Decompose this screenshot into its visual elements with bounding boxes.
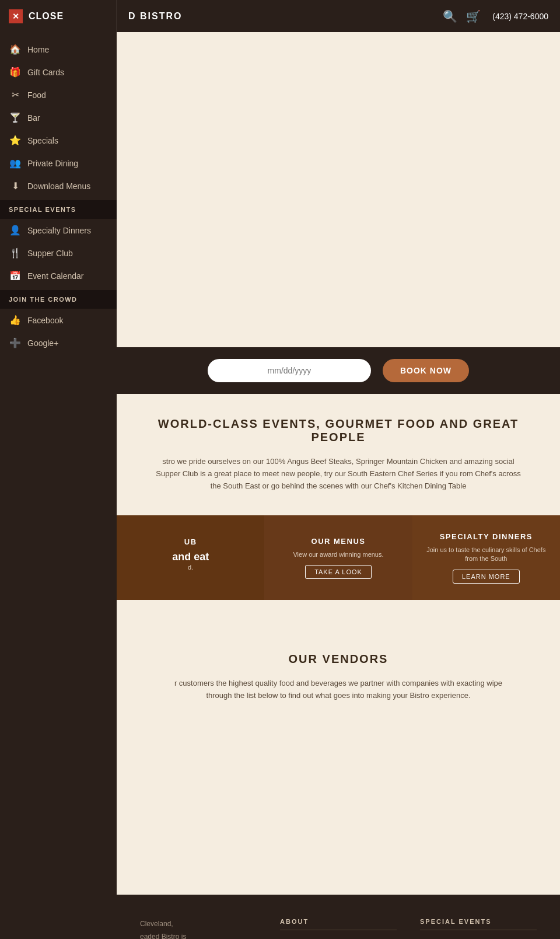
date-input[interactable] [208, 359, 371, 382]
sidebar-item-private-dining[interactable]: 👥 Private Dining [0, 152, 117, 174]
food-icon: ✂ [9, 89, 22, 100]
world-class-heading: WORLD-CLASS EVENTS, GOURMET FOOD AND GRE… [128, 394, 548, 456]
sidebar-label-supper-club: Supper Club [27, 249, 73, 258]
sidebar-label-bar: Bar [27, 113, 40, 123]
facebook-icon: 👍 [9, 315, 22, 326]
vendors-section: OUR VENDORS r customers the highest qual… [117, 612, 560, 895]
supper-club-card-content: UB and eat d. [172, 537, 209, 578]
sidebar-label-facebook: Facebook [27, 316, 63, 325]
sidebar-label-food: Food [27, 90, 46, 100]
close-label: CLOSE [29, 11, 64, 22]
our-menus-card: OUR MENUS View our award winning menus. … [264, 515, 412, 600]
event-calendar-icon: 📅 [9, 270, 22, 281]
specialty-dinners-card-title: SPECIALTY DINNERS [421, 532, 551, 541]
sidebar-label-download-menus: Download Menus [27, 181, 90, 191]
sidebar-item-google-plus[interactable]: ➕ Google+ [0, 331, 117, 354]
supper-club-card-body: d. [172, 563, 209, 572]
download-menus-icon: ⬇ [9, 180, 22, 191]
book-now-button[interactable]: BOOK NOW [383, 359, 469, 382]
specialty-dinners-card-content: SPECIALTY DINNERS Join us to taste the c… [421, 532, 551, 584]
specialty-dinners-card-button[interactable]: LEARN MORE [453, 570, 520, 584]
our-menus-card-body: View our award winning menus. [293, 550, 383, 559]
sidebar-label-event-calendar: Event Calendar [27, 271, 84, 281]
search-icon[interactable]: 🔍 [443, 9, 457, 23]
sidebar-item-facebook[interactable]: 👍 Facebook [0, 309, 117, 331]
vendors-heading: OUR VENDORS [140, 629, 537, 678]
specials-icon: ⭐ [9, 135, 22, 146]
private-dining-icon: 👥 [9, 158, 22, 169]
vendors-text: r customers the highest quality food and… [140, 678, 537, 714]
footer-special-events-title: SPECIAL EVENTS [420, 918, 537, 930]
header-icons: 🔍 🛒 [443, 9, 492, 23]
header: ✕ CLOSE D BISTRO 🔍 🛒 (423) 472-6000 [0, 0, 560, 32]
our-menus-card-button[interactable]: TAKE A LOOK [305, 565, 372, 579]
sidebar-label-specialty-dinners: Specialty Dinners [27, 226, 91, 235]
gift-cards-icon: 🎁 [9, 67, 22, 78]
phone-number: (423) 472-6000 [492, 12, 560, 21]
bar-icon: 🍸 [9, 112, 22, 123]
cart-icon[interactable]: 🛒 [466, 9, 481, 23]
sidebar-label-home: Home [27, 45, 49, 54]
sidebar-label-specials: Specials [27, 136, 58, 145]
sidebar-item-gift-cards[interactable]: 🎁 Gift Cards [0, 61, 117, 83]
sidebar-item-event-calendar[interactable]: 📅 Event Calendar [0, 264, 117, 287]
footer-about-title: ABOUT [280, 918, 397, 930]
world-class-section: WORLD-CLASS EVENTS, GOURMET FOOD AND GRE… [117, 394, 560, 504]
special-events-section-label: SPECIAL EVENTS [0, 200, 117, 219]
page-wrapper: 🏠 Home 🎁 Gift Cards ✂ Food 🍸 Bar ⭐ Speci… [0, 0, 560, 939]
supper-club-icon: 🍴 [9, 247, 22, 259]
google-plus-icon: ➕ [9, 337, 22, 348]
join-the-crowd-section-label: JOIN THE CROWD [0, 290, 117, 309]
specialty-dinners-card: SPECIALTY DINNERS Join us to taste the c… [412, 515, 560, 600]
sidebar-label-gift-cards: Gift Cards [27, 68, 64, 77]
footer-address-col: Cleveland, eaded Bistro is nent famous i… [140, 918, 257, 939]
date-bar: BOOK NOW [117, 347, 560, 394]
sidebar-label-private-dining: Private Dining [27, 159, 78, 168]
sidebar-item-food[interactable]: ✂ Food [0, 83, 117, 106]
supper-club-card-side-text: and eat [172, 551, 209, 563]
sidebar-item-download-menus[interactable]: ⬇ Download Menus [0, 174, 117, 197]
sidebar-item-specialty-dinners[interactable]: 👤 Specialty Dinners [0, 219, 117, 242]
close-button[interactable]: ✕ CLOSE [0, 0, 117, 32]
our-menus-card-content: OUR MENUS View our award winning menus. … [293, 537, 383, 579]
sidebar-item-bar[interactable]: 🍸 Bar [0, 106, 117, 129]
sidebar: 🏠 Home 🎁 Gift Cards ✂ Food 🍸 Bar ⭐ Speci… [0, 32, 117, 939]
footer-address-text: Cleveland, eaded Bistro is nent famous i… [140, 918, 257, 939]
sidebar-item-home[interactable]: 🏠 Home [0, 38, 117, 61]
specialty-dinners-card-body: Join us to taste the culinary skills of … [421, 546, 551, 564]
home-icon: 🏠 [9, 44, 22, 55]
our-menus-card-title: OUR MENUS [293, 537, 383, 546]
sidebar-item-specials[interactable]: ⭐ Specials [0, 129, 117, 152]
sidebar-label-google-plus: Google+ [27, 338, 58, 348]
supper-club-card: UB and eat d. [117, 515, 264, 600]
vendors-content-area [140, 714, 537, 877]
specialty-dinners-icon: 👤 [9, 225, 22, 236]
world-class-text: stro we pride ourselves on our 100% Angu… [128, 456, 548, 504]
cards-row: UB and eat d. OUR MENUS View our award w… [117, 515, 560, 600]
close-x-icon: ✕ [9, 9, 23, 23]
footer-about-col: ABOUT ✂ Food 🍸 Bar ⬇ Download Menus ⭐ Sp… [280, 918, 397, 939]
sidebar-item-supper-club[interactable]: 🍴 Supper Club [0, 242, 117, 264]
supper-club-card-title: UB [172, 537, 209, 546]
hero-area [117, 32, 560, 347]
main-content: BOOK NOW WORLD-CLASS EVENTS, GOURMET FOO… [117, 32, 560, 939]
brand-name: D BISTRO [117, 11, 443, 22]
footer-special-events-col: SPECIAL EVENTS 👤 Specialty Dinners 🍴 Sup… [420, 918, 537, 939]
footer: Cleveland, eaded Bistro is nent famous i… [117, 895, 560, 939]
